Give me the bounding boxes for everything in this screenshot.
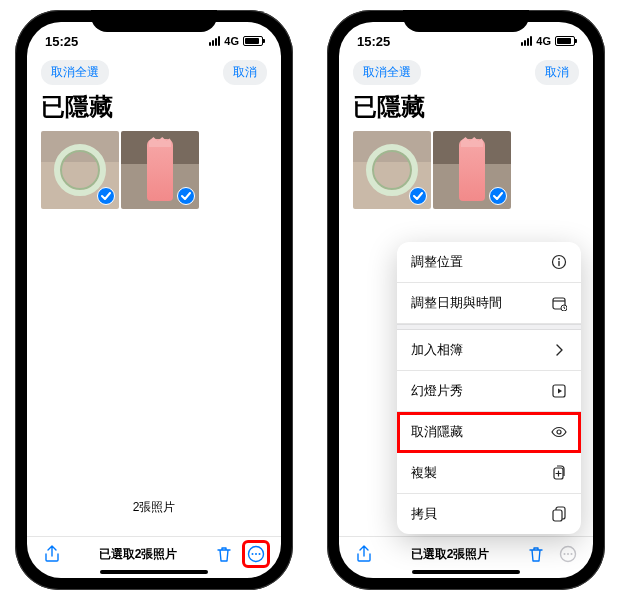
status-right: 4G [209,35,263,47]
play-square-icon [551,383,567,399]
info-icon [551,254,567,270]
selected-check-icon [489,187,507,205]
calendar-icon [551,295,567,311]
home-indicator[interactable] [100,570,208,574]
menu-label: 調整日期與時間 [411,294,502,312]
phone-left: 15:25 4G 取消全選 取消 已隱藏 2張照片 已選 [15,10,293,590]
network-label: 4G [224,35,239,47]
chevron-right-icon [551,342,567,358]
deselect-all-button[interactable]: 取消全選 [41,60,109,85]
actions-menu: 調整位置 調整日期與時間 加入相簿 幻燈片秀 取消隱藏 複製 [397,242,581,534]
phone-right: 15:25 4G 取消全選 取消 已隱藏 調整位 [327,10,605,590]
battery-icon [555,36,575,46]
menu-unhide[interactable]: 取消隱藏 [397,412,581,453]
selected-count-label: 已選取2張照片 [99,546,178,563]
menu-label: 幻燈片秀 [411,382,463,400]
photo-thumb-1[interactable] [41,131,119,209]
status-time: 15:25 [357,34,390,49]
copy-icon [551,506,567,522]
notch [403,10,529,32]
selected-check-icon [177,187,195,205]
nav-row: 取消全選 取消 [339,54,593,89]
menu-label: 取消隱藏 [411,423,463,441]
menu-add-to-album[interactable]: 加入相簿 [397,330,581,371]
menu-copy[interactable]: 拷貝 [397,494,581,534]
menu-label: 加入相簿 [411,341,463,359]
screen: 15:25 4G 取消全選 取消 已隱藏 調整位 [339,22,593,578]
share-icon[interactable] [43,545,61,563]
selected-check-icon [97,187,115,205]
nav-row: 取消全選 取消 [27,54,281,89]
cancel-button[interactable]: 取消 [535,60,579,85]
battery-icon [243,36,263,46]
network-label: 4G [536,35,551,47]
notch [91,10,217,32]
status-right: 4G [521,35,575,47]
screen: 15:25 4G 取消全選 取消 已隱藏 2張照片 已選 [27,22,281,578]
trash-icon[interactable] [215,545,233,563]
status-time: 15:25 [45,34,78,49]
signal-icon [521,36,532,46]
selected-check-icon [409,187,427,205]
menu-adjust-location[interactable]: 調整位置 [397,242,581,283]
eye-icon [551,424,567,440]
more-icon[interactable] [242,540,270,568]
deselect-all-button[interactable]: 取消全選 [353,60,421,85]
photo-count-label: 2張照片 [27,493,281,536]
bottom-toolbar: 已選取2張照片 [339,536,593,569]
share-icon[interactable] [355,545,373,563]
menu-label: 拷貝 [411,505,437,523]
menu-duplicate[interactable]: 複製 [397,453,581,494]
menu-label: 複製 [411,464,437,482]
selected-count-label: 已選取2張照片 [411,546,490,563]
cancel-button[interactable]: 取消 [223,60,267,85]
photo-grid [339,131,593,209]
plus-square-icon [551,465,567,481]
menu-slideshow[interactable]: 幻燈片秀 [397,371,581,412]
trash-icon[interactable] [527,545,545,563]
menu-label: 調整位置 [411,253,463,271]
photo-thumb-2[interactable] [121,131,199,209]
menu-adjust-datetime[interactable]: 調整日期與時間 [397,283,581,324]
bottom-toolbar: 已選取2張照片 [27,536,281,569]
signal-icon [209,36,220,46]
home-indicator[interactable] [412,570,520,574]
photo-thumb-2[interactable] [433,131,511,209]
photo-grid [27,131,281,209]
page-title: 已隱藏 [27,89,281,131]
photo-thumb-1[interactable] [353,131,431,209]
page-title: 已隱藏 [339,89,593,131]
more-icon[interactable] [559,545,577,563]
